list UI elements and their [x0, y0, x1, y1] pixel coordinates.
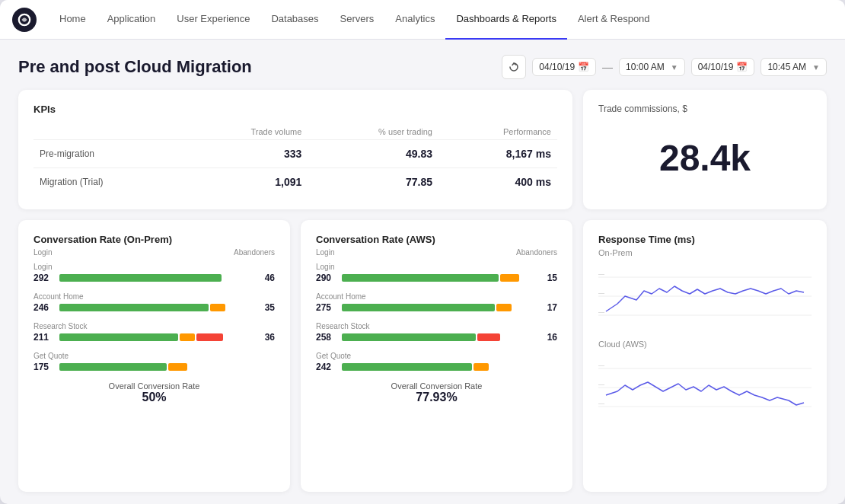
calendar-icon-to: 📅 [736, 62, 748, 72]
funnel-aws-row2-label: Account Home [316, 292, 366, 301]
trade-commissions-card: Trade commissions, $ 28.4k [583, 90, 827, 209]
kpi-table: Trade volume % user trading Performance … [33, 124, 557, 196]
app-logo[interactable] [12, 8, 37, 32]
kpi-card: KPIs Trade volume % user trading Perform… [18, 90, 572, 209]
bar-orange [496, 304, 512, 311]
funnel-aws-left-label: Login [316, 248, 334, 257]
funnel-aws-footer-value: 77.93% [316, 391, 557, 404]
svg-text:—: — [598, 362, 604, 368]
funnel-aws-row4-label: Get Quote [316, 352, 351, 360]
cards-row-top: KPIs Trade volume % user trading Perform… [18, 90, 827, 209]
page-title: Pre and post Cloud Migration [18, 57, 252, 77]
nav-home[interactable]: Home [49, 0, 97, 40]
funnel-aws-title: Conversation Rate (AWS) [316, 234, 557, 245]
bar-red [196, 333, 223, 341]
date-from-value: 04/10/19 [539, 62, 575, 72]
response-time-card: Response Time (ms) On-Prem — — — [583, 220, 827, 492]
nav-analytics[interactable]: Analytics [384, 0, 445, 40]
kpi-row1-trade: 333 [183, 140, 308, 168]
nav-databases[interactable]: Databases [260, 0, 329, 40]
funnel-aws-row2-bars [342, 304, 533, 311]
funnel-onprem-row-account: Account Home 246 35 [33, 292, 275, 313]
funnel-onprem-row3-bars [59, 333, 250, 341]
funnel-onprem-row2-bars [59, 304, 250, 311]
funnel-onprem-row4-bars [59, 363, 250, 371]
funnel-aws-row1-bars [342, 274, 533, 282]
refresh-icon [509, 62, 519, 72]
trade-commissions-label: Trade commissions, $ [598, 104, 812, 114]
bar-green [59, 333, 178, 341]
date-separator: — [602, 61, 613, 73]
kpi-col-label [33, 124, 183, 140]
kpi-col-perf: Performance [438, 124, 557, 140]
bar-green [59, 304, 209, 311]
kpi-row2-trade: 1,091 [183, 168, 308, 196]
nav-application[interactable]: Application [97, 0, 167, 40]
response-time-onprem-section: On-Prem — — — [598, 248, 812, 330]
date-from-input[interactable]: 04/10/19 📅 [532, 58, 596, 76]
funnel-aws-row4-value: 242 [316, 362, 339, 372]
app-window: Home Application User Experience Databas… [0, 0, 845, 504]
funnel-aws-row-login: Login 290 15 [316, 263, 557, 283]
funnel-onprem-row4-value: 175 [33, 362, 56, 372]
nav-bar: Home Application User Experience Databas… [0, 0, 845, 40]
kpi-col-user: % user trading [308, 124, 438, 140]
funnel-onprem-right-label: Abandoners [234, 248, 275, 257]
date-to-input[interactable]: 04/10/19 📅 [691, 58, 755, 76]
funnel-aws-right-label: Abandoners [516, 248, 557, 257]
funnel-onprem-row1-value: 292 [33, 273, 56, 283]
funnel-onprem-row-research: Research Stock 211 36 [33, 322, 275, 343]
funnel-aws-row3-abandon: 16 [536, 332, 557, 343]
funnel-aws-footer: Overall Conversion Rate 77.93% [316, 381, 557, 404]
bar-orange [168, 363, 187, 371]
kpi-row1-perf: 8,167 ms [438, 140, 557, 168]
funnel-aws-row-research: Research Stock 258 16 [316, 322, 557, 343]
funnel-onprem-row1-label: Login [33, 263, 52, 271]
nav-links: Home Application User Experience Databas… [49, 0, 661, 39]
cards-row-bottom: Conversation Rate (On-Prem) Login Abando… [18, 220, 827, 492]
bar-red [477, 333, 500, 341]
svg-text:—: — [598, 400, 604, 407]
kpi-title: KPIs [33, 104, 557, 115]
bar-orange [210, 304, 225, 311]
funnel-aws-row3-bars [342, 333, 533, 341]
funnel-aws-row1-abandon: 15 [536, 273, 557, 283]
time-to-select[interactable]: 10:45 AM ▼ [760, 58, 827, 76]
svg-text:—: — [598, 270, 604, 277]
funnel-aws-row3-label: Research Stock [316, 322, 370, 330]
time-from-select[interactable]: 10:00 AM ▼ [619, 58, 685, 76]
response-time-title: Response Time (ms) [598, 234, 812, 245]
onprem-chart-svg: — — — [598, 262, 812, 330]
funnel-aws-row4-bars [342, 363, 533, 371]
funnel-aws-row-account: Account Home 275 17 [316, 292, 557, 313]
funnel-aws-footer-label: Overall Conversion Rate [316, 381, 557, 391]
bar-orange [180, 333, 195, 341]
nav-servers[interactable]: Servers [330, 0, 385, 40]
funnel-onprem-row2-label: Account Home [33, 292, 84, 301]
bar-green [59, 363, 167, 371]
response-time-aws-section: Cloud (AWS) — — — [598, 340, 812, 422]
funnel-aws-row2-abandon: 17 [536, 302, 557, 313]
calendar-icon-from: 📅 [578, 62, 589, 72]
nav-dashboards[interactable]: Dashboards & Reports [445, 0, 567, 40]
time-from-chevron: ▼ [671, 63, 678, 72]
kpi-row1-user: 49.83 [308, 140, 438, 168]
refresh-button[interactable] [502, 55, 526, 79]
nav-user-experience[interactable]: User Experience [166, 0, 260, 40]
nav-alert[interactable]: Alert & Respond [567, 0, 661, 40]
funnel-onprem-left-label: Login [33, 248, 52, 257]
response-time-onprem-chart: — — — [598, 262, 812, 330]
kpi-row2-label: Migration (Trial) [33, 168, 183, 196]
date-to-value: 04/10/19 [698, 62, 734, 72]
funnel-aws-card: Conversation Rate (AWS) Login Abandoners… [301, 220, 572, 492]
funnel-onprem-row3-abandon: 36 [254, 332, 275, 343]
funnel-onprem-row2-value: 246 [33, 302, 56, 313]
kpi-col-trade: Trade volume [183, 124, 308, 140]
table-row: Pre-migration 333 49.83 8,167 ms [33, 140, 557, 168]
trade-commissions-value: 28.4k [598, 120, 812, 196]
bar-orange [500, 274, 519, 282]
funnel-onprem-footer-value: 50% [33, 391, 275, 404]
response-time-aws-label: Cloud (AWS) [598, 340, 812, 349]
funnel-onprem-row1-abandon: 46 [254, 273, 275, 283]
funnel-onprem-footer: Overall Conversion Rate 50% [33, 381, 275, 404]
